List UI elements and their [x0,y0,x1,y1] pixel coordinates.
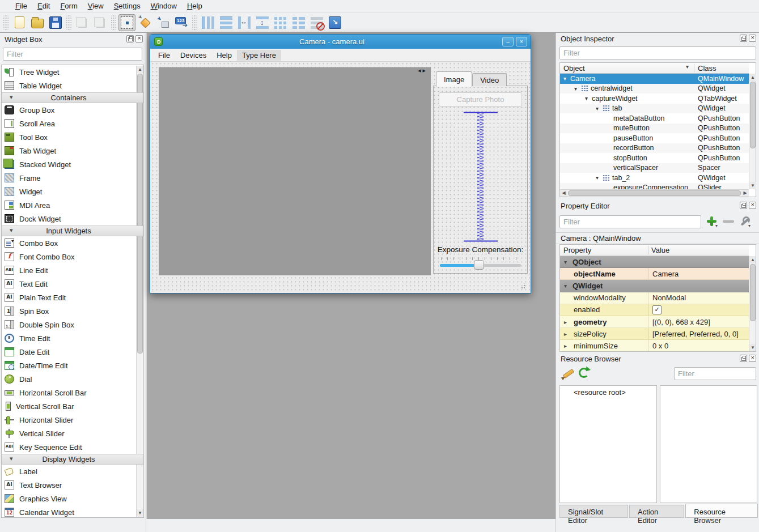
layout-grid-button[interactable] [272,14,289,31]
widget-item-double-spin-box[interactable]: Double Spin Box [2,318,143,331]
expander-icon[interactable] [564,283,571,289]
scroll-up-icon[interactable]: ▲ [749,74,756,81]
menu-file[interactable]: File [10,1,32,11]
scroll-thumb[interactable] [750,264,756,321]
edit-signals-slots-button[interactable] [137,14,154,31]
camera-form-window[interactable]: Camera - camera.ui – × FileDevicesHelpTy… [150,34,531,293]
remove-dynamic-property-icon[interactable] [723,220,734,223]
scroll-right-icon[interactable]: ▶ [741,190,749,197]
menu-window[interactable]: Window [146,1,182,11]
exposure-compensation-slider[interactable] [440,257,521,271]
capture-photo-button[interactable]: Capture Photo [439,92,522,107]
object-inspector-row[interactable]: pauseButton QPushButton [560,133,749,143]
object-inspector-row[interactable]: stopButton QPushButton [560,153,749,163]
expander-icon[interactable] [574,86,581,92]
new-form-button[interactable] [11,14,28,31]
menu-form[interactable]: Form [55,1,82,11]
vertical-spacer[interactable] [463,112,499,242]
property-row[interactable]: objectName Camera [560,268,749,280]
widget-item-tab-widget[interactable]: Tab Widget [2,144,143,158]
expander-icon[interactable] [585,95,592,101]
widget-item-scroll-area[interactable]: Scroll Area [2,117,143,130]
object-inspector-vscrollbar[interactable]: ▲ ▼ [749,74,756,189]
menu-edit[interactable]: Edit [32,1,55,11]
widget-item-widget[interactable]: Widget [2,185,143,198]
toolbar-handle[interactable] [3,15,9,30]
widget-item-line-edit[interactable]: Line Edit [2,263,143,277]
menu-help[interactable]: Help [182,1,207,11]
close-panel-icon[interactable] [749,35,756,42]
copy-button[interactable] [74,14,91,31]
tab-video[interactable]: Video [472,73,507,86]
reload-resources-icon[interactable] [579,368,589,378]
property-row[interactable]: QWidget [560,280,749,292]
close-icon[interactable]: × [516,37,527,46]
object-inspector-row[interactable]: tab_2 QWidget [560,173,749,183]
property-row[interactable]: QObject [560,256,749,268]
widget-item-text-edit[interactable]: Text Edit [2,277,143,291]
toolbar-handle[interactable] [66,15,71,30]
widget-item-horizontal-scroll-bar[interactable]: Horizontal Scroll Bar [2,386,143,399]
object-inspector-row[interactable]: exposureCompensation QSlider [560,183,749,190]
object-inspector-row[interactable]: centralwidget QWidget [560,84,749,94]
widget-item-horizontal-slider[interactable]: Horizontal Slider [2,413,143,427]
tab-signal-slot-editor[interactable]: Signal/Slot Editor [559,505,628,518]
widget-item-group-box[interactable]: Group Box [2,103,143,117]
widget-box-filter-input[interactable] [3,48,142,61]
resource-tree-pane[interactable]: <resource root> [559,385,657,503]
toolbar-handle[interactable] [111,15,116,30]
resource-browser-filter-input[interactable] [674,367,756,380]
form-size-grip[interactable] [519,282,526,290]
widget-item-tree-widget[interactable]: Tree Widget [2,65,143,79]
property-table-header[interactable]: Property Value [560,245,749,256]
tab-action-editor[interactable]: Action Editor [629,505,684,518]
layout-vertical-button[interactable] [218,14,235,31]
widget-item-tool-box[interactable]: Tool Box [2,130,143,144]
break-layout-button[interactable] [308,14,325,31]
widget-item-label[interactable]: Label [2,465,143,478]
widget-item-graphics-view[interactable]: Graphics View [2,492,143,505]
object-inspector-row[interactable]: recordButton QPushButton [560,143,749,154]
value-column-header[interactable]: Value [651,246,669,254]
object-inspector-row[interactable]: muteButton QPushButton [560,124,749,134]
layout-vertical-splitter-button[interactable] [254,14,271,31]
widget-item-plain-text-edit[interactable]: Plain Text Edit [2,291,143,304]
close-panel-icon[interactable] [749,355,756,362]
float-panel-icon[interactable] [126,35,134,42]
menu-settings[interactable]: Settings [109,1,146,11]
widget-item-text-browser[interactable]: Text Browser [2,478,143,492]
section-containers[interactable]: Containers [2,92,143,103]
window-titlebar[interactable]: Camera - camera.ui – × [150,35,531,49]
expander-icon[interactable] [596,105,603,112]
property-row[interactable]: minimumSize 0 x 0 [560,340,749,351]
widget-item-key-sequence-edit[interactable]: Key Sequence Edit [2,440,143,454]
object-inspector-filter-input[interactable] [559,46,756,59]
layout-horizontal-button[interactable] [200,14,217,31]
tab-resource-browser[interactable]: Resource Browser [685,504,758,518]
widget-item-dock-widget[interactable]: Dock Widget [2,212,143,225]
close-panel-icon[interactable] [749,202,756,209]
widget-item-font-combo-box[interactable]: Font Combo Box [2,250,143,263]
layout-horizontal-splitter-button[interactable] [236,14,253,31]
tree-header[interactable]: Object ▾ Class [560,63,749,74]
resource-contents-pane[interactable] [660,385,757,503]
widget-item-dial[interactable]: Dial [2,372,143,386]
close-panel-icon[interactable] [135,35,143,42]
object-inspector-row[interactable]: verticalSpacer Spacer [560,163,749,173]
edit-widgets-button[interactable] [118,14,135,31]
widget-item-table-widget[interactable]: Table Widget [2,79,143,92]
widget-item-datetime-edit[interactable]: Date/Time Edit [2,359,143,372]
form-menu-devices[interactable]: Devices [175,50,211,61]
form-canvas[interactable]: ◀▶ ImageVideo Capture Photo [151,62,530,292]
resource-root-item[interactable]: <resource root> [560,386,656,397]
expander-icon[interactable] [564,343,571,349]
widget-item-vertical-slider[interactable]: Vertical Slider [2,427,143,440]
widget-item-stacked-widget[interactable]: Stacked Widget [2,158,143,171]
float-panel-icon[interactable] [740,35,747,42]
expander-icon[interactable] [564,259,571,265]
widget-item-vertical-scroll-bar[interactable]: Vertical Scroll Bar [2,399,143,413]
property-row[interactable]: windowModality NonModal [560,292,749,304]
property-column-header[interactable]: Property [563,246,591,254]
expander-icon[interactable] [596,175,603,181]
tab-scroll-arrows-icon[interactable]: ◀▶ [418,69,427,73]
